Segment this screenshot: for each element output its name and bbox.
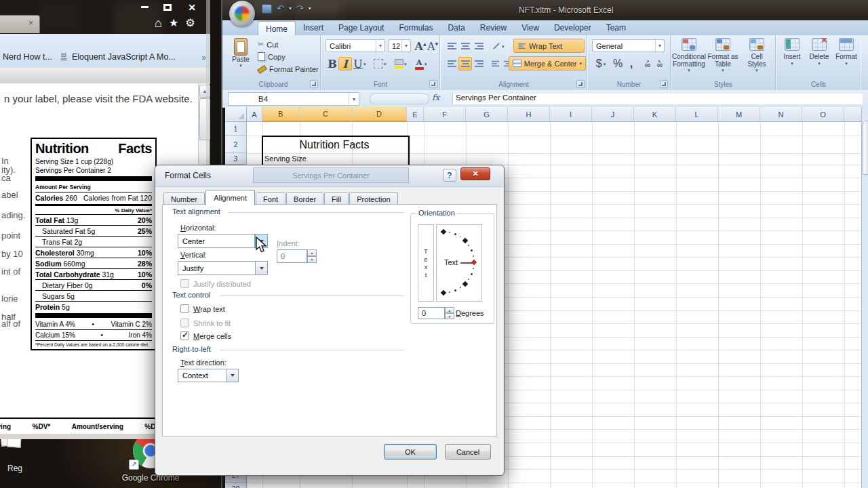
home-icon[interactable]: ⌂ bbox=[155, 16, 162, 30]
borders-dropdown-icon[interactable]: ▾ bbox=[384, 62, 387, 66]
column-header-j[interactable]: J bbox=[592, 107, 634, 122]
dial-tick[interactable] bbox=[462, 281, 468, 287]
formula-input[interactable]: Servings Per Container bbox=[452, 94, 863, 104]
row-header-2[interactable]: 2 bbox=[225, 136, 247, 153]
ribbon-tab-home[interactable]: Home bbox=[258, 21, 296, 35]
underline-dropdown-icon[interactable]: ▾ bbox=[363, 62, 366, 66]
column-header-o[interactable]: O bbox=[802, 107, 844, 122]
percent-style-button[interactable]: % bbox=[611, 57, 625, 70]
close-button[interactable]: ✕ bbox=[183, 1, 201, 13]
text-direction-dropdown-button[interactable] bbox=[226, 369, 238, 382]
column-header-e[interactable]: E bbox=[407, 107, 424, 122]
ribbon-tab-developer[interactable]: Developer bbox=[547, 20, 599, 35]
name-box[interactable]: B4▾ bbox=[228, 92, 359, 106]
column-header-n[interactable]: N bbox=[760, 107, 802, 122]
wrap-text-button-active[interactable]: Wrap Text bbox=[513, 39, 585, 53]
underline-button[interactable]: U bbox=[351, 57, 365, 70]
minimize-button[interactable] bbox=[136, 1, 153, 13]
dialog-tab-alignment[interactable]: Alignment bbox=[205, 190, 255, 205]
align-left-button[interactable] bbox=[445, 57, 458, 70]
grow-font-button[interactable]: A▲ bbox=[414, 39, 427, 53]
italic-button-active[interactable]: I bbox=[338, 57, 352, 70]
ribbon-tab-team[interactable]: Team bbox=[599, 20, 633, 35]
row-header-28[interactable]: 28 bbox=[225, 483, 247, 488]
rotation-dial[interactable]: Text bbox=[436, 224, 482, 302]
ribbon-tab-insert[interactable]: Insert bbox=[296, 20, 331, 35]
dial-tick[interactable] bbox=[441, 229, 446, 235]
orientation-dropdown-icon[interactable]: ▾ bbox=[502, 44, 505, 49]
ribbon-tab-formulas[interactable]: Formulas bbox=[391, 20, 440, 35]
indent-spinner[interactable]: ▲▼ bbox=[307, 249, 317, 263]
column-header-f[interactable]: F bbox=[424, 107, 466, 122]
insert-button[interactable]: Insert▾ bbox=[779, 38, 805, 66]
dialog-help-button[interactable]: ? bbox=[443, 169, 456, 182]
conditional-formatting-button[interactable]: ConditionalFormatting▾ bbox=[673, 38, 705, 73]
accounting-format-button[interactable]: $▾ bbox=[592, 57, 610, 70]
star-icon[interactable]: ★ bbox=[169, 16, 178, 30]
ribbon-tab-view[interactable]: View bbox=[514, 20, 547, 35]
sheet-vertical-scrollbar[interactable] bbox=[861, 107, 868, 488]
dialog-tab-protection[interactable]: Protection bbox=[349, 192, 398, 205]
decrease-indent-button[interactable] bbox=[488, 57, 502, 70]
degrees-input[interactable]: 0 bbox=[418, 307, 445, 319]
fill-color-button[interactable] bbox=[392, 57, 406, 70]
qat-customize-icon[interactable]: ▾ bbox=[309, 5, 311, 12]
indent-input[interactable]: 0 bbox=[277, 249, 307, 263]
borders-button[interactable] bbox=[372, 57, 385, 70]
undo-icon[interactable]: ↶ bbox=[277, 3, 284, 14]
ribbon-tab-page-layout[interactable]: Page Layout bbox=[331, 20, 391, 35]
dialog-tab-font[interactable]: Font bbox=[256, 192, 285, 205]
middle-align-button[interactable] bbox=[458, 39, 472, 53]
column-header-i[interactable]: I bbox=[550, 107, 592, 122]
dial-tick[interactable] bbox=[441, 290, 446, 296]
vertical-combo[interactable]: Justify bbox=[178, 261, 268, 275]
office-button[interactable] bbox=[229, 1, 255, 26]
font-color-dropdown-icon[interactable]: ▾ bbox=[425, 62, 427, 66]
tab-close-icon[interactable]: × bbox=[28, 18, 33, 28]
select-all-corner[interactable] bbox=[225, 107, 247, 122]
bookmark-eloquent-javascript-a-mo-[interactable]: Eloquent JavaScript A Mo... bbox=[56, 52, 180, 68]
bottom-align-button[interactable] bbox=[472, 39, 486, 53]
ribbon-tab-data[interactable]: Data bbox=[440, 20, 472, 35]
column-header-a[interactable]: A bbox=[247, 107, 262, 122]
row-header-1[interactable]: 1 bbox=[225, 122, 247, 136]
dialog-tab-fill[interactable]: Fill bbox=[324, 192, 349, 205]
bold-button[interactable]: B bbox=[326, 57, 339, 70]
degrees-spinner[interactable]: ▲▼ bbox=[445, 307, 454, 319]
cell-styles-button[interactable]: CellStyles▾ bbox=[741, 38, 773, 73]
font-family-combo[interactable]: Calibri▾ bbox=[326, 39, 385, 52]
font-color-button[interactable]: A bbox=[412, 57, 426, 70]
delete-button[interactable]: ✕Delete▾ bbox=[806, 38, 832, 66]
fill-color-dropdown-icon[interactable]: ▾ bbox=[404, 62, 407, 66]
number-dialog-launcher[interactable] bbox=[660, 80, 668, 88]
vertical-text-option[interactable]: Text bbox=[418, 224, 434, 302]
redo-icon[interactable]: ↷ bbox=[296, 3, 304, 14]
increase-decimal-button[interactable]: ↗00 bbox=[641, 57, 654, 70]
comma-style-button[interactable]: , bbox=[625, 57, 638, 70]
column-header-l[interactable]: L bbox=[676, 107, 718, 122]
browser-tab[interactable]: × bbox=[0, 15, 40, 33]
orientation-button[interactable] bbox=[490, 39, 503, 53]
name-box-dropdown-icon[interactable]: ▾ bbox=[349, 93, 359, 105]
format-painter-button[interactable]: Format Painter bbox=[258, 65, 319, 73]
cell-b2[interactable]: Nutrition Facts bbox=[263, 136, 406, 153]
format-as-table-button[interactable]: Format asTable▾ bbox=[707, 38, 739, 73]
wrap-text-checkbox[interactable]: Wrap text bbox=[180, 304, 225, 313]
column-header-g[interactable]: G bbox=[466, 107, 508, 122]
bookmark-nerd-how-t-[interactable]: Nerd How t... bbox=[0, 52, 56, 68]
maximize-button[interactable] bbox=[159, 1, 176, 13]
dial-pointer-diamond[interactable] bbox=[471, 260, 477, 265]
spin-up-icon[interactable]: ▲ bbox=[445, 307, 454, 313]
font-size-combo[interactable]: 12▾ bbox=[388, 39, 411, 52]
vertical-dropdown-button[interactable] bbox=[255, 262, 267, 274]
ribbon-tab-review[interactable]: Review bbox=[473, 20, 514, 35]
sheet-scrollbar-thumb[interactable] bbox=[863, 121, 868, 175]
save-icon[interactable] bbox=[262, 4, 272, 14]
top-align-button[interactable] bbox=[445, 39, 458, 53]
cell-b3[interactable]: Serving Size bbox=[264, 155, 307, 163]
undo-dropdown-icon[interactable]: ▾ bbox=[289, 5, 292, 12]
copy-button[interactable]: Copy bbox=[258, 52, 285, 61]
decrease-decimal-button[interactable]: ↗00 bbox=[653, 57, 667, 70]
font-dialog-launcher[interactable] bbox=[429, 80, 437, 88]
dialog-titlebar[interactable]: Format Cells Servings Per Container ? ✕ bbox=[155, 165, 504, 187]
